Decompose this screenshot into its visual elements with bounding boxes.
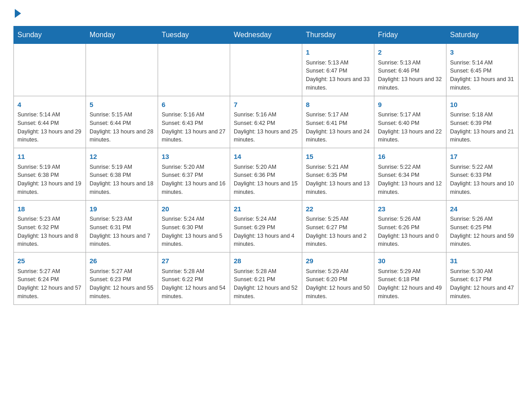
day-info: Sunrise: 5:20 AM Sunset: 6:37 PM Dayligh… <box>162 163 226 197</box>
day-number: 7 <box>234 100 298 110</box>
day-number: 31 <box>450 256 515 266</box>
day-number: 10 <box>450 100 515 110</box>
day-number: 6 <box>162 100 226 110</box>
day-info: Sunrise: 5:23 AM Sunset: 6:32 PM Dayligh… <box>17 215 82 248</box>
day-info: Sunrise: 5:27 AM Sunset: 6:23 PM Dayligh… <box>90 267 154 301</box>
calendar-cell: 30Sunrise: 5:29 AM Sunset: 6:18 PM Dayli… <box>374 253 446 305</box>
calendar-cell: 26Sunrise: 5:27 AM Sunset: 6:23 PM Dayli… <box>86 253 158 305</box>
day-number: 23 <box>378 204 442 214</box>
day-info: Sunrise: 5:29 AM Sunset: 6:20 PM Dayligh… <box>306 267 370 301</box>
day-number: 26 <box>90 256 154 266</box>
logo-arrow-icon <box>15 9 21 18</box>
calendar-cell: 24Sunrise: 5:26 AM Sunset: 6:25 PM Dayli… <box>446 200 519 253</box>
calendar-cell: 21Sunrise: 5:24 AM Sunset: 6:29 PM Dayli… <box>230 200 302 253</box>
calendar-week-row: 1Sunrise: 5:13 AM Sunset: 6:47 PM Daylig… <box>14 44 519 96</box>
day-info: Sunrise: 5:15 AM Sunset: 6:44 PM Dayligh… <box>90 111 154 144</box>
calendar-cell: 10Sunrise: 5:18 AM Sunset: 6:39 PM Dayli… <box>446 96 519 148</box>
day-info: Sunrise: 5:26 AM Sunset: 6:25 PM Dayligh… <box>450 215 515 248</box>
day-info: Sunrise: 5:17 AM Sunset: 6:41 PM Dayligh… <box>306 111 370 144</box>
calendar-cell: 25Sunrise: 5:27 AM Sunset: 6:24 PM Dayli… <box>14 253 86 305</box>
day-number: 16 <box>378 152 442 162</box>
day-info: Sunrise: 5:30 AM Sunset: 6:17 PM Dayligh… <box>450 267 515 301</box>
day-info: Sunrise: 5:24 AM Sunset: 6:30 PM Dayligh… <box>162 215 226 248</box>
day-number: 2 <box>378 47 442 58</box>
day-info: Sunrise: 5:18 AM Sunset: 6:39 PM Dayligh… <box>450 111 515 144</box>
calendar-cell: 12Sunrise: 5:19 AM Sunset: 6:38 PM Dayli… <box>86 148 158 201</box>
calendar-weekday-monday: Monday <box>86 26 158 44</box>
day-info: Sunrise: 5:16 AM Sunset: 6:42 PM Dayligh… <box>234 111 298 144</box>
logo <box>13 9 21 18</box>
day-info: Sunrise: 5:22 AM Sunset: 6:34 PM Dayligh… <box>378 163 442 197</box>
day-number: 20 <box>162 204 226 214</box>
day-info: Sunrise: 5:23 AM Sunset: 6:31 PM Dayligh… <box>90 215 154 248</box>
calendar-week-row: 11Sunrise: 5:19 AM Sunset: 6:38 PM Dayli… <box>14 148 519 201</box>
day-number: 9 <box>378 100 442 110</box>
day-info: Sunrise: 5:22 AM Sunset: 6:33 PM Dayligh… <box>450 163 515 197</box>
calendar-cell: 17Sunrise: 5:22 AM Sunset: 6:33 PM Dayli… <box>446 148 519 201</box>
day-info: Sunrise: 5:19 AM Sunset: 6:38 PM Dayligh… <box>90 163 154 197</box>
day-number: 19 <box>90 204 154 214</box>
calendar-cell: 19Sunrise: 5:23 AM Sunset: 6:31 PM Dayli… <box>86 200 158 253</box>
calendar-cell: 16Sunrise: 5:22 AM Sunset: 6:34 PM Dayli… <box>374 148 446 201</box>
day-number: 3 <box>450 47 515 58</box>
day-info: Sunrise: 5:28 AM Sunset: 6:21 PM Dayligh… <box>234 267 298 301</box>
day-number: 4 <box>17 100 82 110</box>
day-number: 14 <box>234 152 298 162</box>
day-number: 24 <box>450 204 515 214</box>
calendar-cell: 28Sunrise: 5:28 AM Sunset: 6:21 PM Dayli… <box>230 253 302 305</box>
day-number: 22 <box>306 204 370 214</box>
day-number: 17 <box>450 152 515 162</box>
calendar-weekday-sunday: Sunday <box>14 26 86 44</box>
calendar-cell <box>230 44 302 96</box>
calendar-cell: 9Sunrise: 5:17 AM Sunset: 6:40 PM Daylig… <box>374 96 446 148</box>
page-header <box>13 9 519 18</box>
calendar-cell: 3Sunrise: 5:14 AM Sunset: 6:45 PM Daylig… <box>446 44 519 96</box>
day-number: 27 <box>162 256 226 266</box>
calendar-cell: 18Sunrise: 5:23 AM Sunset: 6:32 PM Dayli… <box>14 200 86 253</box>
calendar-cell: 23Sunrise: 5:26 AM Sunset: 6:26 PM Dayli… <box>374 200 446 253</box>
day-info: Sunrise: 5:26 AM Sunset: 6:26 PM Dayligh… <box>378 215 442 248</box>
calendar-cell: 4Sunrise: 5:14 AM Sunset: 6:44 PM Daylig… <box>14 96 86 148</box>
day-number: 29 <box>306 256 370 266</box>
calendar-header-row: SundayMondayTuesdayWednesdayThursdayFrid… <box>14 26 519 44</box>
calendar-weekday-saturday: Saturday <box>446 26 519 44</box>
day-info: Sunrise: 5:29 AM Sunset: 6:18 PM Dayligh… <box>378 267 442 301</box>
calendar-week-row: 4Sunrise: 5:14 AM Sunset: 6:44 PM Daylig… <box>14 96 519 148</box>
day-info: Sunrise: 5:16 AM Sunset: 6:43 PM Dayligh… <box>162 111 226 144</box>
calendar-week-row: 18Sunrise: 5:23 AM Sunset: 6:32 PM Dayli… <box>14 200 519 253</box>
calendar-cell: 6Sunrise: 5:16 AM Sunset: 6:43 PM Daylig… <box>158 96 230 148</box>
calendar-weekday-tuesday: Tuesday <box>158 26 230 44</box>
day-number: 21 <box>234 204 298 214</box>
calendar-week-row: 25Sunrise: 5:27 AM Sunset: 6:24 PM Dayli… <box>14 253 519 305</box>
calendar-cell: 11Sunrise: 5:19 AM Sunset: 6:38 PM Dayli… <box>14 148 86 201</box>
day-info: Sunrise: 5:24 AM Sunset: 6:29 PM Dayligh… <box>234 215 298 248</box>
day-info: Sunrise: 5:14 AM Sunset: 6:45 PM Dayligh… <box>450 59 515 92</box>
day-number: 12 <box>90 152 154 162</box>
day-number: 28 <box>234 256 298 266</box>
day-info: Sunrise: 5:25 AM Sunset: 6:27 PM Dayligh… <box>306 215 370 248</box>
calendar-cell: 27Sunrise: 5:28 AM Sunset: 6:22 PM Dayli… <box>158 253 230 305</box>
calendar-cell: 13Sunrise: 5:20 AM Sunset: 6:37 PM Dayli… <box>158 148 230 201</box>
day-number: 8 <box>306 100 370 110</box>
day-info: Sunrise: 5:17 AM Sunset: 6:40 PM Dayligh… <box>378 111 442 144</box>
calendar-cell: 15Sunrise: 5:21 AM Sunset: 6:35 PM Dayli… <box>302 148 374 201</box>
day-info: Sunrise: 5:21 AM Sunset: 6:35 PM Dayligh… <box>306 163 370 197</box>
day-number: 1 <box>306 47 370 58</box>
day-number: 30 <box>378 256 442 266</box>
calendar-cell <box>86 44 158 96</box>
calendar-cell: 29Sunrise: 5:29 AM Sunset: 6:20 PM Dayli… <box>302 253 374 305</box>
day-number: 5 <box>90 100 154 110</box>
calendar-cell <box>14 44 86 96</box>
day-number: 11 <box>17 152 82 162</box>
calendar-cell: 2Sunrise: 5:13 AM Sunset: 6:46 PM Daylig… <box>374 44 446 96</box>
calendar-cell <box>158 44 230 96</box>
calendar-weekday-wednesday: Wednesday <box>230 26 302 44</box>
day-info: Sunrise: 5:20 AM Sunset: 6:36 PM Dayligh… <box>234 163 298 197</box>
day-info: Sunrise: 5:13 AM Sunset: 6:46 PM Dayligh… <box>378 59 442 92</box>
calendar-weekday-thursday: Thursday <box>302 26 374 44</box>
calendar-cell: 1Sunrise: 5:13 AM Sunset: 6:47 PM Daylig… <box>302 44 374 96</box>
day-number: 18 <box>17 204 82 214</box>
calendar-cell: 22Sunrise: 5:25 AM Sunset: 6:27 PM Dayli… <box>302 200 374 253</box>
calendar-cell: 14Sunrise: 5:20 AM Sunset: 6:36 PM Dayli… <box>230 148 302 201</box>
calendar-cell: 31Sunrise: 5:30 AM Sunset: 6:17 PM Dayli… <box>446 253 519 305</box>
